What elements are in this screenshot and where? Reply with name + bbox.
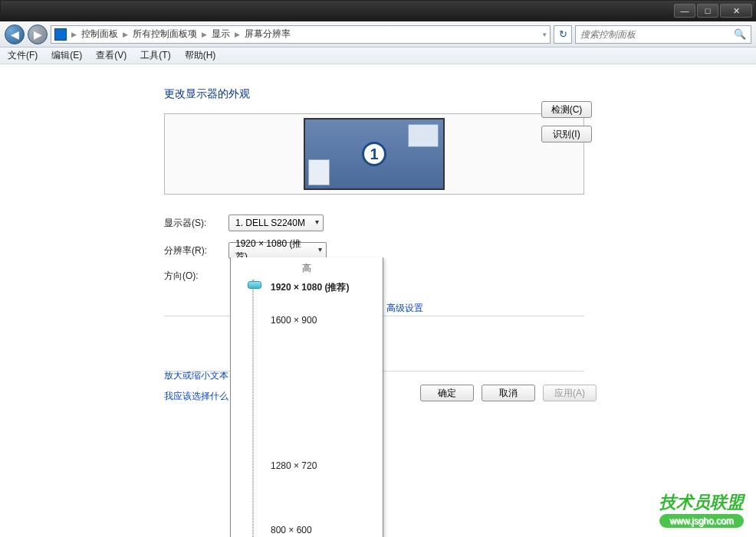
identify-button[interactable]: 识别(I) [541,126,592,142]
back-button[interactable]: ◀ [5,25,25,44]
menu-help[interactable]: 帮助(H) [185,49,216,62]
menu-bar: 文件(F) 编辑(E) 查看(V) 工具(T) 帮助(H) [0,47,756,64]
breadcrumb-item[interactable]: 控制面板 [81,28,118,41]
orientation-label: 方向(O): [164,270,215,283]
ok-button[interactable]: 确定 [420,385,474,401]
apply-button: 应用(A) [543,385,597,401]
resolution-slider-track[interactable]: 1920 × 1080 (推荐) 1600 × 900 1280 × 720 8… [248,280,375,537]
menu-tools[interactable]: 工具(T) [140,49,170,62]
watermark-url: www.jsgho.com [659,514,744,528]
resolution-slider-panel[interactable]: 高 1920 × 1080 (推荐) 1600 × 900 1280 × 720… [230,257,383,537]
chevron-right-icon: ▶ [71,31,77,38]
watermark: 技术员联盟 www.jsgho.com [659,491,744,528]
control-panel-icon [54,28,67,41]
breadcrumb-item[interactable]: 所有控制面板项 [133,28,197,41]
dropdown-icon[interactable]: ▾ [543,31,547,38]
resolution-option[interactable]: 1920 × 1080 (推荐) [271,281,349,294]
display-dropdown[interactable]: 1. DELL S2240M [228,214,324,231]
resolution-high-label: 高 [238,262,375,275]
forward-icon: ▶ [34,28,42,41]
monitor-thumbnail[interactable]: 1 [304,118,445,190]
window-thumb-icon [408,124,439,147]
breadcrumb-item[interactable]: 屏幕分辨率 [245,28,291,41]
breadcrumb-bar[interactable]: ▶ 控制面板 ▶ 所有控制面板项 ▶ 显示 ▶ 屏幕分辨率 ▾ [51,25,551,44]
detect-button[interactable]: 检测(C) [541,101,592,118]
slider-thumb[interactable] [248,281,261,289]
slider-line [252,280,254,537]
search-box[interactable]: 🔍 [575,25,751,44]
display-label: 显示器(S): [164,217,215,230]
chevron-right-icon: ▶ [202,31,207,38]
forward-button[interactable]: ▶ [28,25,48,44]
refresh-icon: ↻ [559,28,567,40]
window-titlebar: — □ ✕ [0,0,756,21]
chevron-right-icon: ▶ [123,31,128,38]
cancel-button[interactable]: 取消 [482,385,535,401]
search-icon[interactable]: 🔍 [734,28,746,40]
search-input[interactable] [580,29,734,40]
breadcrumb-item[interactable]: 显示 [212,28,230,41]
minimize-button[interactable]: — [674,4,695,18]
resolution-option[interactable]: 800 × 600 [271,525,312,535]
display-preview: 1 [164,113,584,195]
watermark-title: 技术员联盟 [659,493,744,512]
resolution-option[interactable]: 1280 × 720 [271,460,317,471]
resolution-dropdown[interactable]: 1920 × 1080 (推荐) [228,242,327,259]
monitor-number: 1 [362,142,386,166]
menu-view[interactable]: 查看(V) [96,49,127,62]
link-which-choose[interactable]: 我应该选择什么 [164,390,228,403]
advanced-settings-link[interactable]: 高级设置 [386,302,423,315]
menu-edit[interactable]: 编辑(E) [51,49,82,62]
window-thumb-icon [308,159,330,185]
menu-file[interactable]: 文件(F) [8,49,38,62]
refresh-button[interactable]: ↻ [554,25,572,44]
chevron-right-icon: ▶ [235,31,240,38]
maximize-button[interactable]: □ [697,4,718,18]
back-icon: ◀ [11,28,19,41]
resolution-label: 分辨率(R): [164,244,215,257]
close-button[interactable]: ✕ [720,4,752,18]
page-title: 更改显示器的外观 [164,87,756,101]
address-bar-row: ◀ ▶ ▶ 控制面板 ▶ 所有控制面板项 ▶ 显示 ▶ 屏幕分辨率 ▾ ↻ 🔍 [0,21,756,47]
resolution-option[interactable]: 1600 × 900 [271,315,317,326]
display-value: 1. DELL S2240M [235,218,305,228]
